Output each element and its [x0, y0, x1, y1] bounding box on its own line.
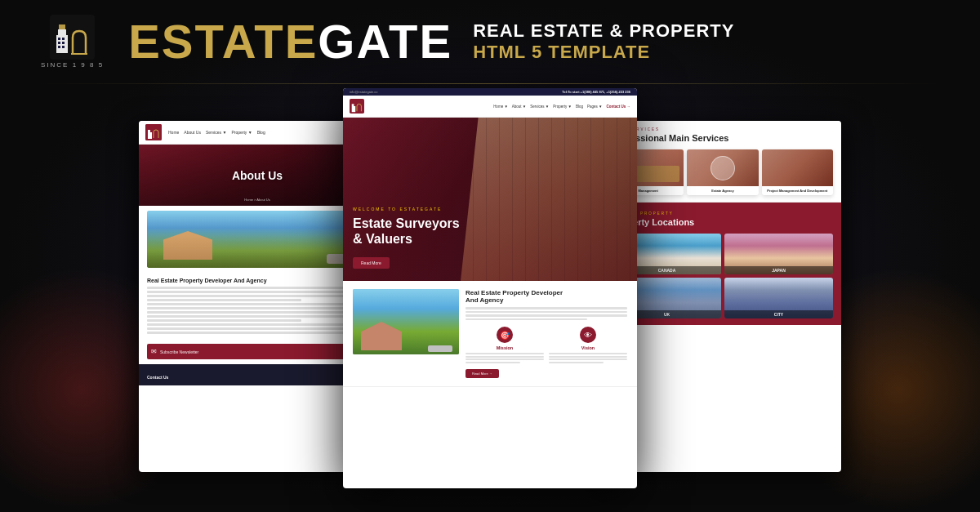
sc-top-bar: info@estategate.co Tel:To start +1(386) … [343, 88, 637, 96]
svg-rect-9 [58, 46, 60, 48]
sl-text-section: Real Estate Property Developer And Agenc… [139, 273, 376, 339]
envelope-icon: ✉ [151, 348, 157, 355]
sc-nav-links: Home ▼ About ▼ Services ▼ Property ▼ Blo… [369, 105, 630, 109]
sr-locations-label: SEARCH PROPERTY [612, 211, 833, 216]
svg-rect-5 [58, 38, 60, 40]
svg-rect-2 [58, 29, 66, 35]
svg-rect-7 [58, 42, 60, 44]
header-divider [41, 83, 939, 84]
sr-service-cards: Management Estate Agency [612, 149, 833, 195]
sl-hero-text: About Us [232, 169, 283, 182]
svg-rect-3 [59, 24, 65, 29]
svg-rect-13 [148, 130, 150, 132]
sr-loc-japan[interactable]: JAPAN [724, 234, 833, 274]
svg-rect-15 [352, 106, 356, 112]
sl-property-img [147, 211, 368, 268]
sc-nav-logo [350, 99, 364, 114]
sc-mission-card: 🎯 Mission [466, 327, 544, 363]
sr-country-city: CITY [728, 312, 830, 317]
sl-footer-title: Contact Us [147, 375, 168, 380]
sc-email: info@estategate.co [350, 90, 378, 94]
sc-about-right: Real Estate Property DeveloperAnd Agency… [466, 289, 627, 378]
svg-rect-10 [62, 46, 65, 48]
svg-rect-8 [62, 42, 65, 44]
sl-house-shape [163, 231, 212, 260]
sc-car [428, 345, 452, 352]
sc-mission-text [466, 353, 544, 363]
svg-rect-12 [148, 132, 152, 139]
sc-vision-card: 👁 Vision [549, 327, 627, 363]
sr-locations-title: Property Locations [612, 217, 833, 227]
logo-area: SINCE 1 9 8 5 [41, 15, 104, 69]
header: SINCE 1 9 8 5 ESTATEGATE REAL ESTATE & P… [0, 0, 980, 83]
sc-mission-title: Mission [497, 345, 513, 350]
sr-card-img-estate [687, 149, 758, 186]
sc-about-title: Real Estate Property DeveloperAnd Agency [466, 289, 627, 304]
sc-readmore-btn[interactable]: Read More → [466, 369, 499, 378]
sc-nav: Home ▼ About ▼ Services ▼ Property ▼ Blo… [343, 96, 637, 118]
sc-phone: Tel:To start +1(386) 445 871, +1(256)-22… [562, 90, 630, 94]
brand-subtitle: REAL ESTATE & PROPERTY HTML 5 TEMPLATE [473, 20, 734, 64]
sl-nav: Home About Us Services ▼ Property ▼ Blog [139, 121, 376, 145]
sr-service-card-3[interactable]: Project Management And Development [762, 149, 833, 195]
screenshot-left[interactable]: Home About Us Services ▼ Property ▼ Blog… [139, 121, 376, 472]
svg-rect-16 [352, 104, 354, 106]
sl-section-title: Real Estate Property Developer And Agenc… [147, 278, 368, 283]
sc-about-cards: 🎯 Mission 👁 [466, 327, 627, 363]
sl-breadcrumb: Home > About Us [244, 198, 270, 202]
sl-footer: Contact Us [139, 364, 376, 385]
sl-text-lines [147, 287, 368, 334]
sc-about-img [353, 289, 459, 354]
main-content: Home About Us Services ▼ Property ▼ Blog… [0, 88, 980, 488]
mission-icon: 🎯 [500, 331, 510, 340]
sc-hero: WELCOME TO ESTATEGATE Estate Surveyors& … [343, 118, 637, 281]
svg-rect-6 [62, 38, 65, 40]
sr-services: OUR SERVICES Professional Main Services … [604, 121, 841, 203]
sc-mission-icon-circle: 🎯 [497, 327, 513, 343]
sl-nav-links: Home About Us Services ▼ Property ▼ Blog [168, 130, 265, 135]
sr-services-label: OUR SERVICES [612, 127, 833, 131]
vision-icon: 👁 [584, 331, 592, 340]
sc-about-row: Real Estate Property DeveloperAnd Agency… [353, 289, 627, 378]
sc-hero-title: Estate Surveyors& Valuers [353, 216, 460, 247]
sc-hero-content: WELCOME TO ESTATEGATE Estate Surveyors& … [343, 198, 470, 281]
sr-loc-city[interactable]: CITY [724, 278, 833, 318]
screenshot-center[interactable]: info@estategate.co Tel:To start +1(386) … [343, 88, 637, 488]
sr-services-title: Professional Main Services [612, 133, 833, 143]
sc-hero-welcome: WELCOME TO ESTATEGATE [353, 207, 460, 211]
sr-loc-grid: CANADA JAPAN UK C [612, 234, 833, 318]
sr-locations: SEARCH PROPERTY Property Locations CANAD… [604, 205, 841, 325]
sr-country-japan: JAPAN [728, 268, 830, 273]
logo-tagline: SINCE 1 9 8 5 [41, 61, 104, 69]
sl-nav-logo [145, 124, 162, 140]
logo-icon [50, 15, 95, 60]
sc-vision-text [549, 353, 627, 363]
sc-vision-title: Vision [581, 345, 595, 350]
sr-card-img-project [762, 149, 833, 186]
svg-rect-4 [71, 53, 87, 55]
sl-subscribe-text: Subscribe Newsletter [160, 349, 198, 354]
sr-card-label-3: Project Management And Development [762, 186, 833, 195]
sc-about: Real Estate Property DeveloperAnd Agency… [343, 281, 637, 387]
sr-card-label-2: Estate Agency [687, 186, 758, 195]
sc-about-text-lines [466, 307, 627, 320]
sc-hero-btn[interactable]: Read More [353, 257, 390, 269]
sl-subscribe[interactable]: ✉ Subscribe Newsletter [147, 344, 368, 359]
sr-service-card-2[interactable]: Estate Agency [687, 149, 758, 195]
screenshot-right[interactable]: OUR SERVICES Professional Main Services … [604, 121, 841, 472]
brand-name: ESTATEGATE [128, 18, 452, 65]
sl-hero: About Us Home > About Us [139, 145, 376, 206]
sc-vision-icon-circle: 👁 [580, 327, 596, 343]
